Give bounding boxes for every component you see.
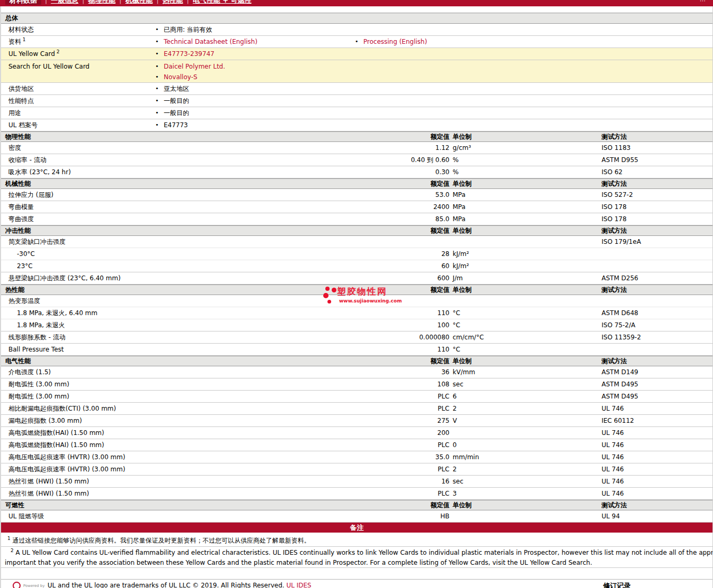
nav-item-6[interactable]: 电气性能 + 可燃性 [193, 0, 251, 4]
property-row: UL 阻燃等级HBUL 94 [1, 510, 712, 523]
property-row: 1.8 MPa, 未退火, 6.40 mm110°CASTM D648 [1, 307, 712, 319]
column-header-test-method: 测试方法 [602, 132, 627, 141]
property-name: 悬壁梁缺口冲击强度 (23°C, 6.40 mm) [8, 272, 120, 284]
column-header-unit: 单位制 [453, 179, 472, 188]
row-value-line: •Novalloy-S [1, 72, 712, 82]
property-name: 高电弧燃烧指数(HAI) (1.50 mm) [8, 439, 104, 451]
property-row: 吸水率 (23°C, 24 hr)0.30%ISO 62 [1, 166, 712, 178]
overview-rows: 材料状态•已商用: 当前有效资料 1•Technical Datasheet (… [1, 24, 712, 131]
nav-item-1[interactable]: 材料数据 [5, 0, 41, 5]
nav-item-2[interactable]: 一般信息 [51, 0, 78, 4]
row-label: UL 档案号 [8, 119, 37, 131]
property-name: 介电强度 (1.5) [8, 366, 51, 378]
property-name: 密度 [8, 142, 21, 154]
overview-row-6: 性能特点•一般目的 [1, 95, 712, 107]
property-test-method: UL 746 [602, 427, 624, 439]
property-unit: °C [453, 344, 460, 355]
section-title: 冲击性能 [5, 226, 31, 235]
property-test-method: ASTM D955 [602, 154, 638, 166]
property-name: -30°C [17, 248, 35, 260]
column-header-rated-value: 额定值 [317, 500, 449, 510]
ul-ides-link[interactable]: UL IDES [286, 582, 311, 588]
property-unit: g/cm³ [453, 142, 471, 154]
property-test-method: ISO 178 [602, 213, 626, 225]
overview-row-8: UL 档案号•E47773 [1, 119, 712, 131]
property-row: 热丝引燃 (HWI) (1.50 mm)PLC3UL 746 [1, 488, 712, 500]
footnote-2-line1: 2 A UL Yellow Card contains UL-verified … [1, 548, 712, 558]
row-value-link[interactable]: Novalloy-S [164, 72, 198, 82]
property-test-method: ISO 11359-2 [602, 331, 641, 343]
property-row: 弯曲模量2400MPaISO 178 [1, 201, 712, 213]
property-test-method: ISO 62 [602, 166, 623, 178]
property-test-method: ASTM D256 [602, 272, 638, 284]
property-row: 漏电起痕指数 (3.00 mm)275VIEC 60112 [1, 415, 712, 427]
column-header-rated-value: 额定值 [317, 179, 449, 188]
property-row: 耐电弧性 (3.00 mm)108secASTM D495 [1, 378, 712, 391]
column-header-unit: 单位制 [453, 500, 472, 510]
property-unit: MPa [453, 189, 465, 201]
property-name: 23°C [17, 260, 33, 272]
column-header-unit: 单位制 [453, 132, 472, 141]
property-value: 36 [317, 366, 449, 378]
row-value-link[interactable]: Daicel Polymer Ltd. [164, 61, 225, 72]
footnote-1-sup: 1 [7, 536, 11, 541]
property-test-method: ASTM D495 [602, 391, 638, 402]
property-row: Ball Pressure Test110°C [1, 344, 712, 356]
property-value: 0.40 到 0.60 [317, 154, 449, 166]
property-name: 高电压电弧起痕速率 (HVTR) (3.00 mm) [8, 451, 125, 463]
property-value: 200 [317, 427, 449, 439]
property-value: 85.0 [317, 213, 449, 225]
row-value-link[interactable]: Processing (English) [363, 36, 427, 48]
nav-item-4[interactable]: 机械性能 [125, 0, 153, 4]
footer-text: UL and the UL logo are trademarks of UL … [48, 582, 311, 588]
row-value-link[interactable]: E47773-239747 [164, 48, 214, 60]
notes-header: 备注 [1, 523, 712, 533]
property-name: 简支梁缺口冲击强度 [8, 236, 65, 248]
property-unit: 6 [453, 391, 457, 402]
footnote-2-sup: 2 [11, 548, 14, 553]
overview-row-1: 材料状态•已商用: 当前有效 [1, 24, 712, 36]
overview-row-7: 用途•一般目的 [1, 107, 712, 119]
section-title: 电气性能 [5, 356, 31, 366]
property-unit: sec [453, 378, 463, 390]
property-unit: mm/min [453, 451, 479, 463]
property-name: 1.8 MPa, 未退火 [17, 319, 65, 331]
property-test-method: UL 746 [602, 463, 624, 475]
property-value: PLC [317, 439, 449, 451]
nav-separator: | [119, 0, 121, 4]
nav-item-5[interactable]: 热性能 [163, 0, 183, 4]
property-value: 1.12 [317, 142, 449, 154]
section-header-3: 冲击性能额定值单位制测试方法 [1, 225, 712, 236]
property-value: 16 [317, 476, 449, 487]
property-value: 110 [317, 307, 449, 319]
property-unit: 2 [453, 403, 457, 414]
property-row: 高电弧燃烧指数(HAI) (1.50 mm)200UL 746 [1, 427, 712, 439]
property-test-method: ISO 178 [602, 201, 626, 213]
property-row: -30°C28kJ/m² [1, 248, 712, 260]
section-title: 热性能 [5, 285, 24, 295]
bullet-icon: • [155, 72, 159, 82]
datasheet-table: 总体 材料状态•已商用: 当前有效资料 1•Technical Datashee… [0, 6, 713, 588]
section-header-4: 热性能额定值单位制测试方法 [1, 284, 712, 295]
property-row: 高电弧燃烧指数(HAI) (1.50 mm)PLC0UL 746 [1, 439, 712, 451]
powered-by-label: Powered by [23, 584, 45, 588]
bullet-icon: • [155, 95, 159, 107]
row-label: UL Yellow Card 2 [8, 48, 60, 60]
property-value: 100 [317, 319, 449, 331]
property-value: 0.000080 [317, 331, 449, 343]
section-header-1: 物理性能额定值单位制测试方法 [1, 131, 712, 142]
property-test-method: UL 746 [602, 488, 624, 499]
property-unit: 3 [453, 488, 457, 499]
label-superscript: 1 [21, 37, 26, 42]
property-name: 拉伸应力 (屈服) [8, 189, 53, 201]
row-value-text: 一般目的 [164, 95, 189, 107]
row-value-link[interactable]: Technical Datasheet (English) [164, 36, 257, 48]
ul-logo-icon [13, 582, 21, 588]
nav-item-3[interactable]: 物理性能 [88, 0, 116, 4]
property-test-method: IEC 60112 [602, 415, 634, 426]
property-name: 漏电起痕指数 (3.00 mm) [8, 415, 82, 426]
footer-trademark-text: UL and the UL logo are trademarks of UL … [48, 582, 284, 588]
row-value-line: •Daicel Polymer Ltd. [1, 61, 712, 72]
property-row: 悬壁梁缺口冲击强度 (23°C, 6.40 mm)600J/mASTM D256 [1, 272, 712, 284]
row-label: 用途 [8, 107, 21, 119]
